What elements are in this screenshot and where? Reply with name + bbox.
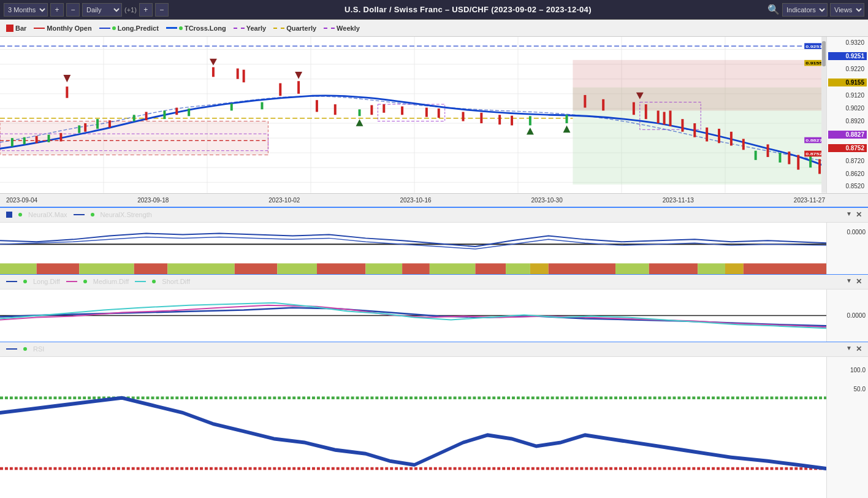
neurax-strength-label: NeuralX.Strength <box>101 211 152 218</box>
svg-text:0.9155: 0.9155 <box>805 61 823 66</box>
diff-close-button[interactable]: ✕ <box>856 277 862 286</box>
neurax-body: 0.0000 <box>0 223 868 274</box>
rsi-body: 100.0 50.0 <box>0 357 868 499</box>
views-select[interactable]: Views <box>830 3 864 17</box>
neurax-max-label: NeuralX.Max <box>28 211 67 218</box>
date-axis: 2023-09-04 2023-09-18 2023-10-02 2023-10… <box>0 193 868 207</box>
timeframe-select[interactable]: Daily 1 Min 5 Min 15 Min 30 Min 1 Hour 4… <box>82 3 122 17</box>
legend-quarterly-label: Quarterly <box>286 25 316 32</box>
diff-body: 0.0000 <box>0 289 868 342</box>
rsi-chart-area <box>0 357 826 499</box>
tcross-legend-dot <box>179 26 183 30</box>
neurax-max-dot <box>18 213 22 216</box>
diff-header-right: ▼ ✕ <box>846 277 862 286</box>
svg-rect-19 <box>573 60 826 111</box>
long-diff-label: Long.Diff <box>33 278 60 285</box>
date-label-4: 2023-10-30 <box>531 197 563 204</box>
diff-header: Long.Diff Medium.Diff Short.Diff ▼ ✕ <box>0 275 868 289</box>
svg-rect-121 <box>744 263 826 274</box>
svg-rect-124 <box>0 357 826 499</box>
svg-rect-105 <box>134 263 168 274</box>
svg-rect-111 <box>402 263 430 274</box>
yearly-legend-dash <box>234 28 245 29</box>
price-label-8827: 0.8827 <box>828 131 867 139</box>
legend-tcross-label: TCross.Long <box>185 25 226 32</box>
neurax-collapse-button[interactable]: ▼ <box>846 210 852 219</box>
diff-axis-value: 0.0000 <box>847 312 866 319</box>
svg-rect-109 <box>317 263 366 274</box>
short-diff-line <box>135 281 146 282</box>
svg-rect-120 <box>725 263 744 274</box>
diff-axis: 0.0000 <box>826 289 868 342</box>
zoom-in-button[interactable]: + <box>139 3 153 17</box>
date-label-5: 2023-11-13 <box>663 197 694 204</box>
svg-text:0.9251: 0.9251 <box>805 44 823 48</box>
neurax-strength-dot <box>91 213 94 216</box>
legend-longpredict-label: Long.Predict <box>118 25 159 32</box>
price-chart-svg: 0.9251 0.9155 0.8827 0.8752 <box>0 37 826 193</box>
rsi-label: RSI <box>33 345 44 353</box>
svg-rect-99 <box>822 41 826 66</box>
svg-text:0.8827: 0.8827 <box>805 139 822 143</box>
price-label-9120: 0.9120 <box>828 92 867 99</box>
price-label-9155: 0.9155 <box>828 79 867 86</box>
long-diff-line <box>6 281 17 282</box>
price-label-9320: 0.9320 <box>828 39 867 47</box>
zoom-out-button[interactable]: − <box>155 3 169 17</box>
price-label-8720: 0.8720 <box>828 158 867 165</box>
svg-rect-119 <box>698 263 725 274</box>
quarterly-legend-dash <box>273 28 284 29</box>
period-select[interactable]: 3 Months 1 Week 1 Month 6 Months 1 Year <box>4 3 48 17</box>
rsi-dot <box>23 347 27 351</box>
chart-title: U.S. Dollar / Swiss Franc – USD/CHF (202… <box>171 5 765 14</box>
svg-rect-110 <box>365 263 402 274</box>
bar-legend-color <box>6 25 13 32</box>
svg-rect-103 <box>37 263 80 274</box>
legend-yearly-item: Yearly <box>234 25 266 32</box>
rsi-axis-50: 50.0 <box>854 386 866 393</box>
price-label-8520: 0.8520 <box>828 183 867 190</box>
rsi-header-right: ▼ ✕ <box>846 345 862 353</box>
neurax-axis-value: 0.0000 <box>847 229 866 236</box>
price-label-9220: 0.9220 <box>828 66 867 73</box>
diff-svg <box>0 289 826 342</box>
legend-bar: Bar Monthly Open Long.Predict TCross.Lon… <box>0 20 868 37</box>
svg-rect-102 <box>0 263 37 274</box>
svg-rect-118 <box>649 263 698 274</box>
price-label-9020: 0.9020 <box>828 105 867 112</box>
date-label-3: 2023-10-16 <box>400 197 431 204</box>
rsi-collapse-button[interactable]: ▼ <box>846 345 852 353</box>
diff-panel: Long.Diff Medium.Diff Short.Diff ▼ ✕ <box>0 274 868 342</box>
svg-rect-112 <box>430 263 476 274</box>
price-label-9251: 0.9251 <box>828 52 867 60</box>
svg-text:0.8752: 0.8752 <box>805 152 822 156</box>
offset-label: (+1) <box>124 6 137 13</box>
right-controls: Indicators Views <box>782 3 864 17</box>
price-label-8920: 0.8920 <box>828 118 867 125</box>
short-diff-label: Short.Diff <box>162 278 190 285</box>
date-label-6: 2023-11-27 <box>794 197 825 204</box>
legend-tcross-item: TCross.Long <box>166 25 226 32</box>
rsi-line-legend <box>6 348 17 350</box>
search-button[interactable]: 🔍 <box>767 4 780 15</box>
medium-diff-dot <box>83 280 87 283</box>
rsi-axis-100: 100.0 <box>850 367 866 374</box>
svg-rect-113 <box>475 263 506 274</box>
period-sub-button[interactable]: − <box>66 3 80 17</box>
legend-longpredict-item: Long.Predict <box>99 25 159 32</box>
diff-collapse-button[interactable]: ▼ <box>846 277 852 286</box>
medium-diff-label: Medium.Diff <box>93 278 129 285</box>
legend-weekly-item: Weekly <box>324 25 360 32</box>
longpredict-legend-dot <box>112 26 116 30</box>
longpredict-legend-line <box>99 28 110 29</box>
price-label-8620: 0.8620 <box>828 170 867 178</box>
date-label-0: 2023-09-04 <box>6 197 37 204</box>
indicators-select[interactable]: Indicators <box>782 3 828 17</box>
diff-chart-area <box>0 289 826 342</box>
rsi-close-button[interactable]: ✕ <box>856 345 862 353</box>
price-axis: 0.9320 0.9251 0.9220 0.9155 0.9120 0.902… <box>826 37 868 193</box>
neurax-close-button[interactable]: ✕ <box>856 210 862 219</box>
neurax-axis: 0.0000 <box>826 223 868 274</box>
legend-bar-label: Bar <box>15 25 26 32</box>
period-add-button[interactable]: + <box>50 3 64 17</box>
